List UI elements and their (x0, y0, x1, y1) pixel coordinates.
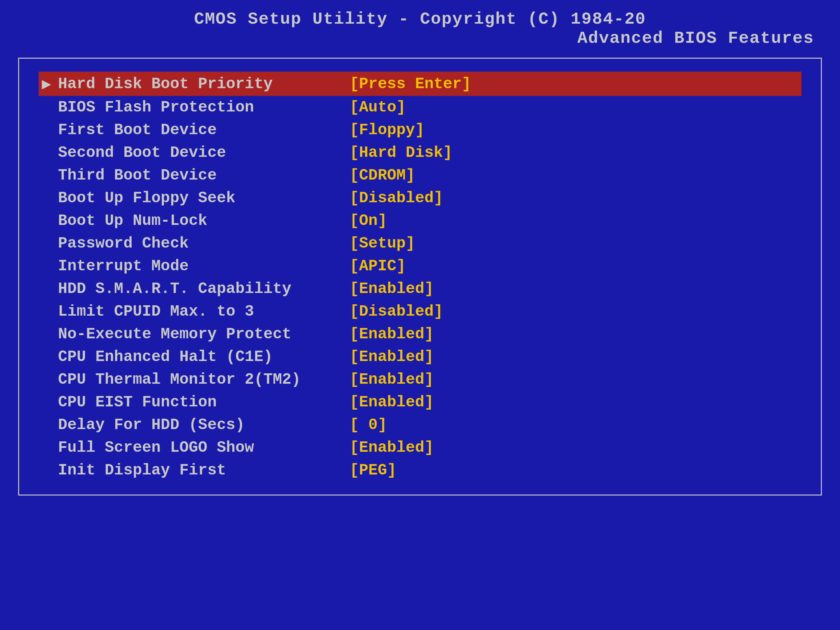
row-label-bios-flash-protection: BIOS Flash Protection (58, 98, 350, 116)
row-value-third-boot-device[interactable]: [CDROM] (350, 167, 415, 184)
row-arrow-boot-up-floppy-seek (42, 189, 58, 207)
row-label-no-execute-memory-protect: No-Execute Memory Protect (58, 325, 350, 343)
row-arrow-password-check (42, 235, 58, 252)
row-value-hdd-smart-capability[interactable]: [Enabled] (350, 280, 434, 297)
row-label-hard-disk-boot-priority: Hard Disk Boot Priority (58, 75, 350, 93)
header-title-line1: CMOS Setup Utility - Copyright (C) 1984-… (6, 10, 834, 29)
row-label-limit-cpuid-max: Limit CPUID Max. to 3 (58, 303, 350, 320)
row-arrow-cpu-enhanced-halt (42, 348, 58, 366)
row-arrow-boot-up-num-lock (42, 212, 58, 229)
bios-row-boot-up-num-lock[interactable]: Boot Up Num-Lock[On] (39, 209, 801, 232)
bios-row-cpu-eist-function[interactable]: CPU EIST Function[Enabled] (39, 391, 801, 414)
bios-row-hdd-smart-capability[interactable]: HDD S.M.A.R.T. Capability[Enabled] (39, 278, 801, 300)
row-arrow-full-screen-logo-show (42, 439, 58, 456)
row-value-init-display-first[interactable]: [PEG] (350, 461, 396, 479)
row-label-boot-up-floppy-seek: Boot Up Floppy Seek (58, 189, 350, 207)
row-value-cpu-thermal-monitor[interactable]: [Enabled] (350, 371, 434, 388)
bios-row-hard-disk-boot-priority[interactable]: ▶Hard Disk Boot Priority[Press Enter] (39, 72, 801, 96)
bios-row-no-execute-memory-protect[interactable]: No-Execute Memory Protect[Enabled] (39, 323, 801, 346)
bios-row-cpu-enhanced-halt[interactable]: CPU Enhanced Halt (C1E)[Enabled] (39, 346, 801, 368)
row-arrow-hdd-smart-capability (42, 280, 58, 297)
bios-row-interrupt-mode[interactable]: Interrupt Mode[APIC] (39, 255, 801, 278)
row-label-hdd-smart-capability: HDD S.M.A.R.T. Capability (58, 280, 350, 297)
row-value-boot-up-num-lock[interactable]: [On] (350, 212, 387, 229)
row-value-cpu-eist-function[interactable]: [Enabled] (350, 393, 434, 411)
row-arrow-third-boot-device (42, 167, 58, 184)
row-value-first-boot-device[interactable]: [Floppy] (350, 121, 424, 139)
bios-row-init-display-first[interactable]: Init Display First[PEG] (39, 459, 801, 482)
bios-row-first-boot-device[interactable]: First Boot Device[Floppy] (39, 118, 801, 141)
row-label-third-boot-device: Third Boot Device (58, 167, 350, 184)
row-label-interrupt-mode: Interrupt Mode (58, 257, 350, 275)
bios-row-cpu-thermal-monitor[interactable]: CPU Thermal Monitor 2(TM2)[Enabled] (39, 368, 801, 391)
row-value-cpu-enhanced-halt[interactable]: [Enabled] (350, 348, 434, 366)
bios-main-panel: ▶Hard Disk Boot Priority[Press Enter] BI… (18, 58, 822, 496)
bios-row-full-screen-logo-show[interactable]: Full Screen LOGO Show[Enabled] (39, 436, 801, 459)
row-value-boot-up-floppy-seek[interactable]: [Disabled] (350, 189, 443, 207)
row-value-delay-for-hdd[interactable]: [ 0] (350, 416, 387, 434)
row-arrow-cpu-thermal-monitor (42, 371, 58, 388)
row-arrow-bios-flash-protection (42, 98, 58, 116)
row-label-full-screen-logo-show: Full Screen LOGO Show (58, 439, 350, 456)
row-arrow-delay-for-hdd (42, 416, 58, 434)
row-arrow-second-boot-device (42, 144, 58, 161)
bios-row-password-check[interactable]: Password Check[Setup] (39, 232, 801, 255)
bios-row-second-boot-device[interactable]: Second Boot Device[Hard Disk] (39, 141, 801, 164)
row-label-second-boot-device: Second Boot Device (58, 144, 350, 161)
row-value-second-boot-device[interactable]: [Hard Disk] (350, 144, 452, 161)
row-value-hard-disk-boot-priority[interactable]: [Press Enter] (350, 75, 471, 93)
row-value-full-screen-logo-show[interactable]: [Enabled] (350, 439, 434, 456)
row-arrow-hard-disk-boot-priority: ▶ (42, 74, 58, 93)
row-value-interrupt-mode[interactable]: [APIC] (350, 257, 406, 275)
row-value-bios-flash-protection[interactable]: [Auto] (350, 98, 406, 116)
bios-row-limit-cpuid-max[interactable]: Limit CPUID Max. to 3[Disabled] (39, 300, 801, 323)
bios-header: CMOS Setup Utility - Copyright (C) 1984-… (0, 0, 840, 51)
row-arrow-init-display-first (42, 461, 58, 479)
row-label-cpu-enhanced-halt: CPU Enhanced Halt (C1E) (58, 348, 350, 366)
bios-row-delay-for-hdd[interactable]: Delay For HDD (Secs)[ 0] (39, 414, 801, 436)
header-title-line2: Advanced BIOS Features (6, 29, 834, 48)
row-label-cpu-thermal-monitor: CPU Thermal Monitor 2(TM2) (58, 371, 350, 388)
bios-row-bios-flash-protection[interactable]: BIOS Flash Protection[Auto] (39, 96, 801, 118)
row-label-first-boot-device: First Boot Device (58, 121, 350, 139)
row-value-limit-cpuid-max[interactable]: [Disabled] (350, 303, 443, 320)
bios-row-boot-up-floppy-seek[interactable]: Boot Up Floppy Seek[Disabled] (39, 187, 801, 209)
row-arrow-no-execute-memory-protect (42, 325, 58, 343)
row-arrow-limit-cpuid-max (42, 303, 58, 320)
row-arrow-first-boot-device (42, 121, 58, 139)
row-value-no-execute-memory-protect[interactable]: [Enabled] (350, 325, 434, 343)
row-arrow-cpu-eist-function (42, 393, 58, 411)
row-label-delay-for-hdd: Delay For HDD (Secs) (58, 416, 350, 434)
row-label-password-check: Password Check (58, 235, 350, 252)
bios-row-third-boot-device[interactable]: Third Boot Device[CDROM] (39, 164, 801, 187)
row-arrow-interrupt-mode (42, 257, 58, 275)
row-label-init-display-first: Init Display First (58, 461, 350, 479)
row-value-password-check[interactable]: [Setup] (350, 235, 415, 252)
row-label-boot-up-num-lock: Boot Up Num-Lock (58, 212, 350, 229)
row-label-cpu-eist-function: CPU EIST Function (58, 393, 350, 411)
